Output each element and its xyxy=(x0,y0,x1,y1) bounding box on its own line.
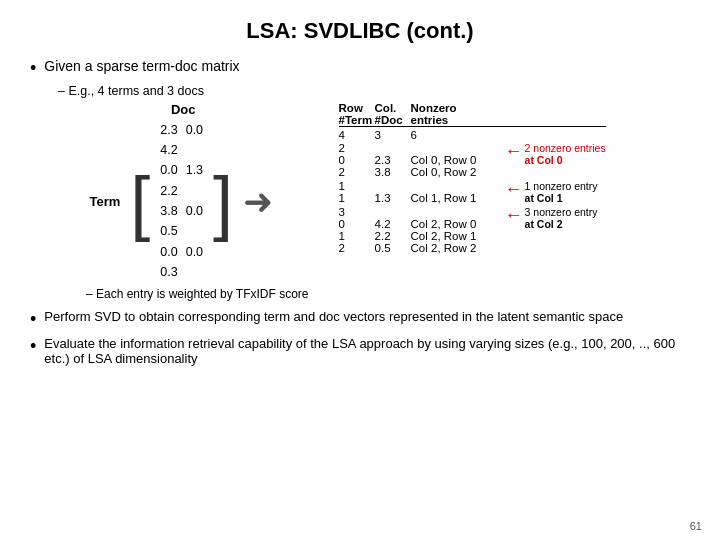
th-col: Col. xyxy=(375,102,411,114)
matrix-bracket-left: [ xyxy=(130,166,150,238)
bottom-bullets: • Perform SVD to obtain corresponding te… xyxy=(30,309,690,367)
matrix-bracket-right: ] xyxy=(213,166,233,238)
th-nonzero: Nonzero xyxy=(411,102,501,114)
table-header-row1: Row Col. Nonzero xyxy=(339,102,606,114)
red-arrow-col0: ← xyxy=(505,142,523,160)
col1-rows: 1 1 1.3 Col 1, Row 1 xyxy=(339,180,501,204)
m00: 2.3 xyxy=(160,121,177,140)
v-1a: 1 xyxy=(339,180,375,192)
th-entries: entries xyxy=(411,114,501,126)
bullet-3: • Evaluate the information retrieval cap… xyxy=(30,336,690,366)
m40: 3.8 xyxy=(160,202,177,221)
row-0-42: 0 4.2 Col 2, Row 0 xyxy=(339,218,501,230)
bullet-1-text: Given a sparse term-doc matrix xyxy=(44,58,239,74)
col2-note-line1: 3 nonzero entry xyxy=(525,206,598,218)
v-0a: 0 xyxy=(339,154,375,166)
col0-note: 2 nonzero entries at Col 0 xyxy=(525,142,606,166)
v-blank6 xyxy=(411,206,501,218)
sub-bullet-1-text: E.g., 4 terms and 3 docs xyxy=(68,84,204,98)
m61: 0.0 xyxy=(186,243,203,262)
red-arrow-col2: ← xyxy=(505,206,523,224)
arrow-right: ➜ xyxy=(243,181,273,223)
row-1-13: 1 1.3 Col 1, Row 1 xyxy=(339,192,501,204)
table-annotations: Row Col. Nonzero #Term #Doc entries 4 3 … xyxy=(339,102,606,256)
col2-rows: 3 0 4.2 Col 2, Row 0 1 2.2 Col 2, xyxy=(339,206,501,254)
v-blank3 xyxy=(375,180,411,192)
m70: 0.3 xyxy=(160,263,177,282)
m10: 4.2 xyxy=(160,141,177,160)
v-22: 2.2 xyxy=(375,230,411,242)
col2-note-line2: at Col 2 xyxy=(525,218,598,230)
sub-bullet-1: – E.g., 4 terms and 3 docs xyxy=(58,84,690,98)
v-23: 2.3 xyxy=(375,154,411,166)
col1-note-line1: 1 nonzero entry xyxy=(525,180,598,192)
col0-rows: 2 0 2.3 Col 0, Row 0 2 3.8 Col 0, xyxy=(339,142,501,178)
m71 xyxy=(186,263,203,282)
table-header-row2: #Term #Doc entries xyxy=(339,114,606,127)
th-row: Row xyxy=(339,102,375,114)
v-blank2 xyxy=(411,142,501,154)
red-arrow-col1: ← xyxy=(505,180,523,198)
matrix-container: Doc Term [ 2.30.0 4.2 0.01.3 2.2 3.80.0 … xyxy=(58,102,309,301)
row-2-05: 2 0.5 Col 2, Row 2 xyxy=(339,242,501,254)
v-col2row2: Col 2, Row 2 xyxy=(411,242,501,254)
th-doc: #Doc xyxy=(375,114,411,126)
row-1-blank: 1 xyxy=(339,180,501,192)
v-col0row2: Col 0, Row 2 xyxy=(411,166,501,178)
m41: 0.0 xyxy=(186,202,203,221)
table-row-summary: 4 3 6 xyxy=(339,129,606,141)
col0-group: 2 0 2.3 Col 0, Row 0 2 3.8 Col 0, xyxy=(339,142,606,178)
bullet-dot-2: • xyxy=(30,309,36,331)
each-entry-note: – Each entry is weighted by TFxIDF score xyxy=(86,287,309,301)
row-3-blank: 3 xyxy=(339,206,501,218)
row-2-blank: 2 xyxy=(339,142,501,154)
col0-note-line1: 2 nonzero entries xyxy=(525,142,606,154)
v-38: 3.8 xyxy=(375,166,411,178)
bullet-dot-1: • xyxy=(30,58,36,80)
matrix-inner: 2.30.0 4.2 0.01.3 2.2 3.80.0 0.5 0.00.0 … xyxy=(156,119,207,285)
page: LSA: SVDLIBC (cont.) • Given a sparse te… xyxy=(0,0,720,540)
m51 xyxy=(186,222,203,241)
matrix-wrapper: Term [ 2.30.0 4.2 0.01.3 2.2 3.80.0 0.5 … xyxy=(89,119,277,285)
col1-annotation: ← 1 nonzero entry at Col 1 xyxy=(505,180,598,204)
v-1c: 1 xyxy=(339,230,375,242)
v-0c: 0 xyxy=(339,218,375,230)
col0-annotation: ← 2 nonzero entries at Col 0 xyxy=(505,142,606,166)
v-blank1 xyxy=(375,142,411,154)
r-3: 3 xyxy=(375,129,411,141)
m50: 0.5 xyxy=(160,222,177,241)
v-col0row0: Col 0, Row 0 xyxy=(411,154,501,166)
v-42: 4.2 xyxy=(375,218,411,230)
v-col1row1: Col 1, Row 1 xyxy=(411,192,501,204)
m11 xyxy=(186,141,203,160)
m21: 1.3 xyxy=(186,161,203,180)
col1-note: 1 nonzero entry at Col 1 xyxy=(525,180,598,204)
v-2b: 2 xyxy=(339,166,375,178)
col1-group: 1 1 1.3 Col 1, Row 1 ← 1 non xyxy=(339,180,606,204)
v-col2row1: Col 2, Row 1 xyxy=(411,230,501,242)
row-0-23: 0 2.3 Col 0, Row 0 xyxy=(339,154,501,166)
m01: 0.0 xyxy=(186,121,203,140)
v-1b: 1 xyxy=(339,192,375,204)
row-1-22: 1 2.2 Col 2, Row 1 xyxy=(339,230,501,242)
row-2-38: 2 3.8 Col 0, Row 2 xyxy=(339,166,501,178)
doc-label: Doc xyxy=(171,102,196,117)
content-area: Doc Term [ 2.30.0 4.2 0.01.3 2.2 3.80.0 … xyxy=(58,102,690,301)
v-13: 1.3 xyxy=(375,192,411,204)
col2-annotation: ← 3 nonzero entry at Col 2 xyxy=(505,206,598,230)
m30: 2.2 xyxy=(160,182,177,201)
col0-note-line2: at Col 0 xyxy=(525,154,606,166)
bullet-dot-3: • xyxy=(30,336,36,358)
bullet-2: • Perform SVD to obtain corresponding te… xyxy=(30,309,690,331)
bullet-3-text: Evaluate the information retrieval capab… xyxy=(44,336,690,366)
col2-note: 3 nonzero entry at Col 2 xyxy=(525,206,598,230)
col2-group: 3 0 4.2 Col 2, Row 0 1 2.2 Col 2, xyxy=(339,206,606,254)
m60: 0.0 xyxy=(160,243,177,262)
page-title: LSA: SVDLIBC (cont.) xyxy=(30,18,690,44)
r-6: 6 xyxy=(411,129,501,141)
col1-note-line2: at Col 1 xyxy=(525,192,598,204)
term-label: Term xyxy=(89,194,120,209)
bullet-2-text: Perform SVD to obtain corresponding term… xyxy=(44,309,623,324)
m31 xyxy=(186,182,203,201)
m20: 0.0 xyxy=(160,161,177,180)
